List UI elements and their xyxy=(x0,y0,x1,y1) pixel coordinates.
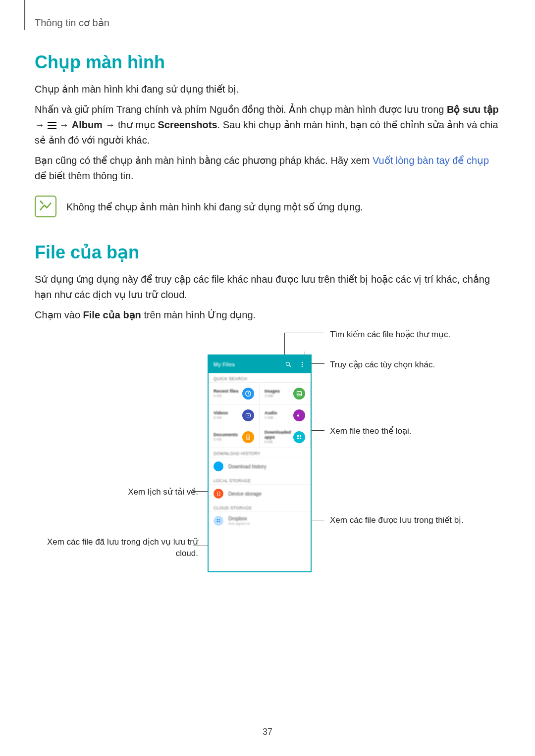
phone-app-bar: My Files xyxy=(209,355,311,373)
audio-icon xyxy=(293,409,305,421)
link-swipe-palm[interactable]: Vuốt lòng bàn tay để chụp xyxy=(373,155,489,166)
text-bold: Screenshots xyxy=(158,119,217,130)
section-label: CLOUD STORAGE xyxy=(209,503,311,511)
text: . Sau khi chụp ảnh màn hình, bạn có thể … xyxy=(35,119,498,146)
app-title: My Files xyxy=(214,361,235,367)
text: Bạn cũng có thể chụp ảnh màn hình bằng c… xyxy=(35,155,370,166)
arrow: → xyxy=(59,119,69,130)
row-dropbox[interactable]: Dropbox Not signed in xyxy=(209,511,311,530)
tile-videos[interactable]: Videos0 KB xyxy=(209,404,260,426)
note-text: Không thể chụp ảnh màn hình khi đang sử … xyxy=(66,196,363,214)
svg-rect-6 xyxy=(297,391,302,396)
svg-rect-11 xyxy=(300,438,301,439)
paragraph: Nhấn và giữ phím Trang chính và phím Ngu… xyxy=(35,102,500,148)
text: Nhấn và giữ phím Trang chính và phím Ngu… xyxy=(35,104,444,115)
search-icon[interactable] xyxy=(285,361,292,368)
tile-images[interactable]: Images3 MB xyxy=(260,382,311,404)
tile-recent[interactable]: Recent files0 KB xyxy=(209,382,260,404)
svg-rect-10 xyxy=(297,438,299,439)
download-icon xyxy=(214,461,223,471)
callout-search: Tìm kiếm các file hoặc thư mục. xyxy=(330,329,493,341)
image-icon xyxy=(293,388,305,400)
document-icon xyxy=(242,431,254,443)
breadcrumb: Thông tin cơ bản xyxy=(35,17,109,29)
paragraph: Chụp ảnh màn hình khi đang sử dụng thiết… xyxy=(35,82,500,97)
text-bold: Album xyxy=(72,119,103,130)
section-heading-myfiles: File của bạn xyxy=(35,242,500,263)
svg-line-1 xyxy=(289,365,291,367)
svg-point-2 xyxy=(302,362,303,363)
paragraph: Bạn cũng có thể chụp ảnh màn hình bằng c… xyxy=(35,153,500,184)
phone-screenshot: My Files QUICK SEARCH Recent files0 KB I… xyxy=(208,354,312,572)
row-label: Download history xyxy=(228,464,267,469)
paragraph: Sử dụng ứng dụng này để truy cập các fil… xyxy=(35,272,500,302)
phone-icon xyxy=(214,489,223,499)
clock-icon xyxy=(242,388,254,400)
svg-rect-9 xyxy=(300,435,301,437)
section-label: LOCAL STORAGE xyxy=(209,475,311,484)
callout-cloud: Xem các file đã lưu trong dịch vụ lưu tr… xyxy=(35,537,198,559)
dropbox-icon xyxy=(214,516,223,526)
text: để biết thêm thông tin. xyxy=(35,170,134,181)
row-download-history[interactable]: Download history xyxy=(209,457,311,475)
tile-downloaded-apps[interactable]: Downloaded apps0 KB xyxy=(260,426,311,448)
section-heading-screenshot: Chụp màn hình xyxy=(35,52,500,73)
svg-point-0 xyxy=(286,362,289,365)
section-label: DOWNLOAD HISTORY xyxy=(209,448,311,457)
apps-icon xyxy=(293,431,305,443)
text: Chạm vào xyxy=(35,309,80,320)
paragraph: Chạm vào File của bạn trên màn hình Ứng … xyxy=(35,307,500,323)
quick-search-grid: Recent files0 KB Images3 MB Videos0 KB xyxy=(209,382,311,448)
svg-rect-8 xyxy=(297,435,299,437)
section-label: QUICK SEARCH xyxy=(209,373,311,382)
tile-documents[interactable]: Documents0 KB xyxy=(209,426,260,448)
note-box: Không thể chụp ảnh màn hình khi đang sử … xyxy=(35,196,500,217)
video-icon xyxy=(242,409,254,421)
note-icon xyxy=(35,196,56,217)
row-device-storage[interactable]: Device storage xyxy=(209,484,311,503)
text-bold: Bộ sưu tập xyxy=(447,104,499,115)
text-bold: File của bạn xyxy=(83,309,141,320)
tile-audio[interactable]: Audio2 MB xyxy=(260,404,311,426)
page-number: 37 xyxy=(0,727,535,737)
callout-by-type: Xem file theo thể loại. xyxy=(330,426,493,437)
callout-more: Truy cập các tùy chọn khác. xyxy=(330,359,493,371)
svg-point-4 xyxy=(302,366,303,367)
callout-history: Xem lịch sử tải về. xyxy=(35,487,198,498)
menu-icon xyxy=(48,122,56,129)
more-icon[interactable] xyxy=(299,361,306,368)
text: thư mục xyxy=(118,119,155,130)
callout-device: Xem các file được lưu trong thiết bị. xyxy=(330,515,493,526)
row-label: Dropbox Not signed in xyxy=(228,516,250,526)
arrow: → xyxy=(105,119,115,130)
annotated-screenshot: Tìm kiếm các file hoặc thư mục. Truy cập… xyxy=(35,333,500,580)
arrow: → xyxy=(35,119,45,130)
svg-point-3 xyxy=(302,364,303,365)
svg-rect-12 xyxy=(217,492,220,496)
row-label: Device storage xyxy=(228,491,262,497)
text: trên màn hình Ứng dụng. xyxy=(144,309,256,320)
